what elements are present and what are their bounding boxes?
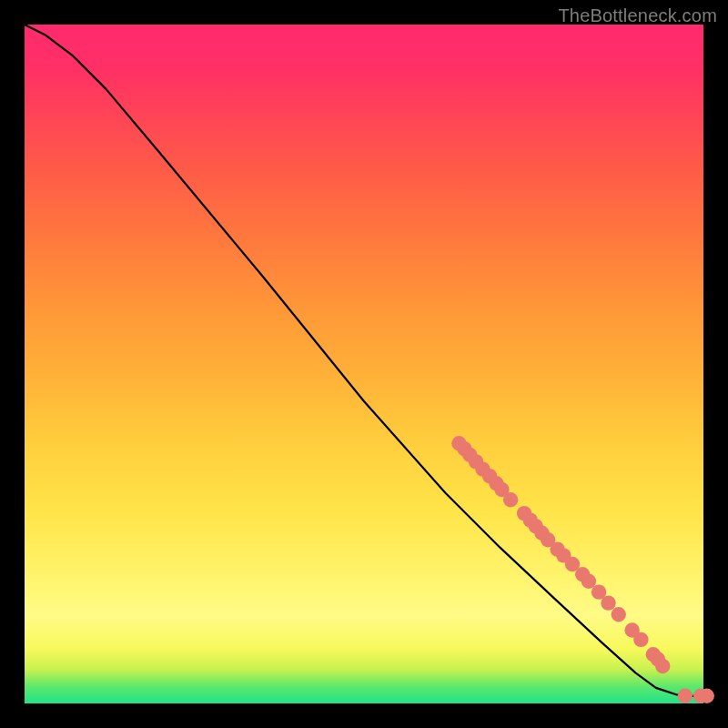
plot-area	[25, 25, 703, 703]
data-markers	[451, 436, 714, 703]
data-point	[503, 492, 518, 507]
data-point	[581, 574, 596, 589]
data-point	[655, 659, 670, 673]
data-point	[678, 689, 693, 703]
chart-overlay	[25, 25, 703, 703]
data-point	[700, 689, 714, 703]
chart-frame: TheBottleneck.com	[0, 0, 728, 728]
data-point	[633, 632, 648, 647]
data-point	[612, 607, 626, 622]
watermark-label: TheBottleneck.com	[558, 5, 717, 26]
data-point	[601, 595, 615, 610]
